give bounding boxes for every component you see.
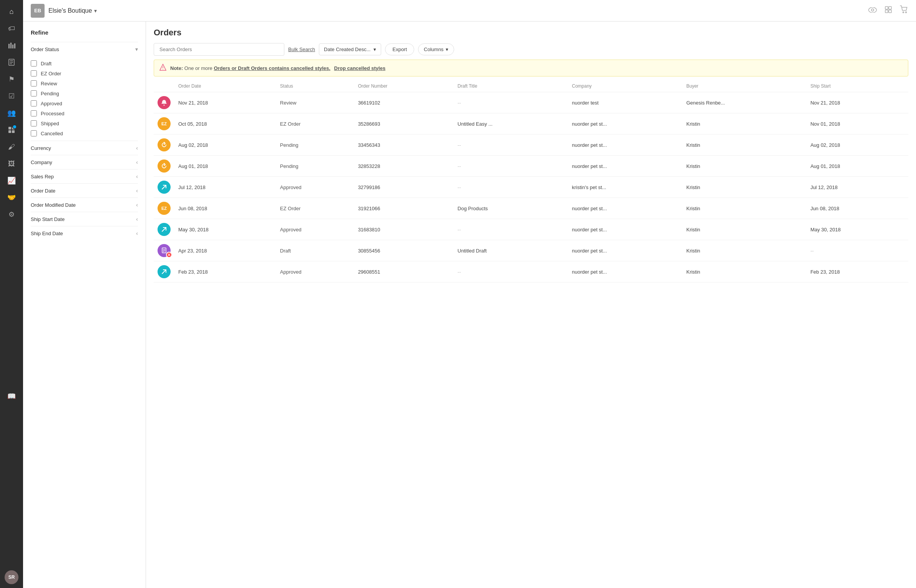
row-order-number: 29608551 [354,261,454,282]
row-icon-cell [154,219,174,240]
currency-section-header[interactable]: Currency ‹ [31,141,138,155]
svg-rect-16 [889,10,891,13]
table-row[interactable]: May 30, 2018 Approved 31683810 -- nuorde… [154,219,908,240]
table-row[interactable]: Nov 21, 2018 Review 36619102 -- nuorder … [154,92,908,113]
eye-icon[interactable] [868,7,877,15]
home-nav-icon[interactable]: ⌂ [4,4,19,19]
bulk-search-button[interactable]: Bulk Search [288,47,315,52]
status-label-shipped: Shipped [41,121,59,126]
col-company[interactable]: Company [568,80,683,92]
report-nav-icon[interactable] [4,38,19,53]
status-checkbox-review[interactable] [31,80,37,86]
svg-rect-14 [889,7,891,9]
row-icon-cell [154,92,174,113]
status-checkbox-cancelled[interactable] [31,130,37,136]
row-icon-cell [154,135,174,156]
row-status: EZ Order [276,198,354,219]
status-option-processed[interactable]: Processed [31,108,138,118]
check-nav-icon[interactable]: ☑ [4,88,19,104]
row-ship-start: May 30, 2018 [806,219,908,240]
row-icon-cell [154,240,174,261]
handshake-nav-icon[interactable]: 🤝 [4,190,19,205]
order-date-section-header[interactable]: Order Date ‹ [31,183,138,198]
table-row[interactable]: Aug 01, 2018 Pending 32853228 -- nuorder… [154,156,908,177]
store-name: Elsie's Boutique [48,7,92,14]
status-checkbox-processed[interactable] [31,110,37,116]
row-icon-cell [154,156,174,177]
status-option-ez-order[interactable]: EZ Order [31,68,138,78]
row-company: nuorder pet st... [568,240,683,261]
users-nav-icon[interactable]: 👥 [4,105,19,121]
brush-nav-icon[interactable]: 🖌 [4,139,19,154]
sales-rep-section-header[interactable]: Sales Rep ‹ [31,169,138,183]
order-date-label: Order Date [31,188,55,194]
col-buyer[interactable]: Buyer [682,80,806,92]
ship-end-date-section-header[interactable]: Ship End Date ‹ [31,226,138,240]
status-option-shipped[interactable]: Shipped [31,118,138,128]
row-draft-title: -- [454,135,568,156]
order-status-label: Order Status [31,47,59,52]
catalog-nav-icon[interactable] [4,122,19,138]
table-row[interactable]: EZ Oct 05, 2018 EZ Order 35286693 Untitl… [154,113,908,135]
status-checkbox-pending[interactable] [31,90,37,96]
col-order-number[interactable]: Order Number [354,80,454,92]
store-chevron-icon[interactable]: ▾ [94,8,97,14]
order-modified-date-section-header[interactable]: Order Modified Date ‹ [31,198,138,212]
col-draft-title[interactable]: Draft Title [454,80,568,92]
row-order-number: 35286693 [354,113,454,135]
user-avatar[interactable]: SR [5,570,18,584]
svg-rect-9 [12,127,15,130]
status-option-pending[interactable]: Pending [31,88,138,98]
ship-start-date-chevron-icon: ‹ [136,216,138,222]
row-ship-start: Feb 23, 2018 [806,261,908,282]
row-ship-start: Jun 08, 2018 [806,198,908,219]
settings-nav-icon[interactable]: ⚙ [4,207,19,222]
table-row[interactable]: EZ Jun 08, 2018 EZ Order 31921066 Dog Pr… [154,198,908,219]
status-checkbox-approved[interactable] [31,100,37,106]
status-option-approved[interactable]: Approved [31,98,138,108]
sort-dropdown[interactable]: Date Created Desc... ▾ [319,43,381,55]
status-checkbox-shipped[interactable] [31,120,37,126]
status-option-draft[interactable]: Draft [31,58,138,68]
col-order-date[interactable]: Order Date [174,80,276,92]
chart-nav-icon[interactable]: 📈 [4,173,19,188]
row-draft-title: -- [454,177,568,198]
table-row[interactable]: Feb 23, 2018 Approved 29608551 -- nuorde… [154,261,908,282]
status-checkbox-ez-order[interactable] [31,70,37,76]
currency-label: Currency [31,145,51,151]
status-checkbox-draft[interactable] [31,60,37,66]
tag-nav-icon[interactable]: 🏷 [4,21,19,36]
col-ship-start[interactable]: Ship Start [806,80,908,92]
flag-nav-icon[interactable]: ⚑ [4,71,19,87]
images-nav-icon[interactable]: 🖼 [4,156,19,171]
status-option-review[interactable]: Review [31,78,138,88]
sales-rep-label: Sales Rep [31,174,54,179]
table-row[interactable]: Jul 12, 2018 Approved 32799186 -- kristi… [154,177,908,198]
orders-panel: Orders Bulk Search Date Created Desc... … [146,22,916,588]
table-row[interactable]: Aug 02, 2018 Pending 33456343 -- nuorder… [154,135,908,156]
notice-bold: Note: [170,65,183,71]
order-status-section-header[interactable]: Order Status ▾ [31,42,138,56]
table-row[interactable]: Apr 23, 2018 Draft 30855456 Untitled Dra… [154,240,908,261]
book-nav-icon[interactable]: 📖 [4,389,19,404]
svg-rect-1 [10,43,12,48]
row-buyer: Kristin [682,135,806,156]
company-section-header[interactable]: Company ‹ [31,155,138,169]
export-button[interactable]: Export [385,43,414,55]
status-label-processed: Processed [41,111,64,116]
svg-rect-3 [14,43,15,48]
ship-start-date-section-header[interactable]: Ship Start Date ‹ [31,212,138,226]
columns-button[interactable]: Columns ▾ [418,43,454,55]
search-input[interactable] [154,43,284,56]
row-ship-start: Aug 02, 2018 [806,135,908,156]
notice-action[interactable]: Drop cancelled styles [334,65,386,71]
refine-title: Refine [31,29,138,36]
row-ship-start: Nov 21, 2018 [806,92,908,113]
orders-nav-icon[interactable] [4,55,19,70]
notice-link[interactable]: Orders or Draft Orders contains cancelle… [214,65,330,71]
status-option-cancelled[interactable]: Cancelled [31,128,138,138]
col-status[interactable]: Status [276,80,354,92]
cart-icon[interactable] [900,5,908,16]
grid-icon[interactable] [884,6,892,15]
row-company: nuorder pet st... [568,198,683,219]
